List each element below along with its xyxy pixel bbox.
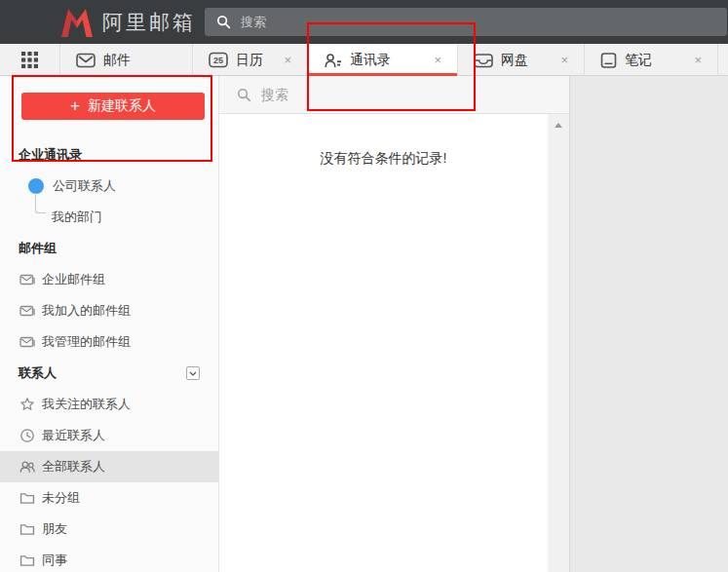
people-icon: [19, 459, 35, 475]
sidebar-section-corp-directory: 企业通讯录: [0, 139, 218, 171]
apps-grid-button[interactable]: [0, 44, 60, 76]
section-label: 邮件组: [19, 240, 57, 257]
plus-icon: +: [70, 97, 80, 114]
global-search-bar[interactable]: [205, 8, 727, 36]
apps-grid-icon: [21, 52, 38, 68]
search-icon: [237, 88, 251, 102]
mail-icon: [76, 53, 96, 68]
close-tab-icon[interactable]: ×: [558, 52, 570, 68]
item-label: 企业邮件组: [42, 271, 105, 288]
clock-icon: [19, 428, 35, 443]
contact-list-panel: 没有符合条件的记录!: [219, 76, 570, 572]
item-label: 我加入的邮件组: [42, 302, 131, 320]
brand: 阿里邮箱: [58, 7, 196, 38]
tab-label: 邮件: [103, 52, 131, 69]
mail-group-icon: [19, 272, 35, 287]
search-icon: [216, 15, 231, 29]
mail-group-icon: [19, 303, 35, 319]
tab-bar: 邮件 25 日历 × 通讯录 × 网盘: [0, 44, 728, 76]
tab-label: 日历: [236, 52, 263, 69]
calendar-icon: 25: [209, 52, 228, 68]
brand-title: 阿里邮箱: [102, 9, 196, 36]
sidebar-section-mail-groups: 邮件组: [0, 233, 218, 264]
item-label: 未分组: [42, 489, 80, 507]
folder-icon: [19, 490, 35, 506]
content-area: + 新建联系人 企业通讯录 公司联系人 我的部门 邮件组: [0, 76, 728, 572]
tab-bar-spacer: [718, 44, 728, 76]
sidebar-item-joined-mail-groups[interactable]: 我加入的邮件组: [0, 295, 218, 326]
item-label: 同事: [42, 552, 67, 569]
new-contact-button-label: 新建联系人: [88, 97, 156, 115]
new-contact-button[interactable]: + 新建联系人: [21, 93, 205, 120]
sidebar-item-managed-mail-groups[interactable]: 我管理的邮件组: [0, 326, 218, 358]
sidebar-item-colleagues[interactable]: 同事: [0, 545, 218, 572]
folder-icon: [19, 521, 35, 537]
contact-detail-panel: [570, 76, 728, 572]
drive-icon: [474, 53, 493, 68]
section-label: 联系人: [19, 364, 57, 382]
sidebar-item-corp-mail-groups[interactable]: 企业邮件组: [0, 264, 218, 295]
sidebar-item-recent-contacts[interactable]: 最近联系人: [0, 420, 218, 451]
contact-search-bar[interactable]: [219, 76, 569, 114]
tab-contacts[interactable]: 通讯录 ×: [308, 44, 458, 76]
tab-calendar[interactable]: 25 日历 ×: [193, 44, 308, 76]
tab-label: 通讯录: [350, 52, 391, 69]
contacts-sidebar: + 新建联系人 企业通讯录 公司联系人 我的部门 邮件组: [0, 76, 219, 572]
alimail-m-logo-icon: [58, 7, 96, 38]
tab-label: 笔记: [625, 52, 652, 69]
empty-state-message: 没有符合条件的记录!: [219, 150, 569, 168]
sidebar-item-all-contacts[interactable]: 全部联系人: [0, 451, 218, 482]
global-search-input[interactable]: [241, 15, 715, 29]
close-tab-icon[interactable]: ×: [432, 52, 443, 68]
scroll-up-arrow-icon[interactable]: [555, 123, 562, 128]
tab-drive[interactable]: 网盘 ×: [458, 44, 585, 76]
vertical-scrollbar[interactable]: [548, 114, 569, 572]
section-label: 企业通讯录: [19, 146, 82, 164]
contacts-icon: [324, 53, 342, 68]
org-dot-icon: [28, 178, 44, 194]
item-label: 全部联系人: [42, 458, 105, 476]
alimail-app-window: 阿里邮箱 邮件: [0, 0, 728, 572]
item-label: 我管理的邮件组: [42, 333, 131, 351]
sidebar-tree: 企业通讯录 公司联系人 我的部门 邮件组: [0, 139, 218, 572]
sidebar-item-starred-contacts[interactable]: 我关注的联系人: [0, 389, 218, 420]
tree-connector: [35, 193, 46, 213]
collapse-toggle-icon[interactable]: [186, 366, 200, 380]
item-label: 我的部门: [52, 209, 102, 226]
sidebar-item-my-department[interactable]: 我的部门: [0, 202, 218, 233]
item-label: 最近联系人: [42, 427, 105, 444]
close-tab-icon[interactable]: ×: [692, 52, 704, 68]
star-icon: [19, 397, 35, 412]
sidebar-item-ungrouped[interactable]: 未分组: [0, 482, 218, 514]
svg-text:25: 25: [213, 56, 223, 65]
mail-group-icon: [19, 334, 35, 350]
sidebar-item-friends[interactable]: 朋友: [0, 514, 218, 545]
contact-search-input[interactable]: [261, 87, 556, 102]
close-tab-icon[interactable]: ×: [282, 52, 293, 68]
notes-icon: [600, 53, 617, 68]
sidebar-item-company-contacts[interactable]: 公司联系人: [0, 171, 218, 202]
contact-list-body: 没有符合条件的记录!: [219, 114, 569, 572]
tab-mail[interactable]: 邮件: [60, 44, 193, 76]
sidebar-section-contacts: 联系人: [0, 358, 218, 389]
item-label: 公司联系人: [53, 177, 116, 195]
top-bar: 阿里邮箱: [0, 0, 728, 44]
item-label: 朋友: [42, 520, 67, 538]
item-label: 我关注的联系人: [42, 396, 131, 413]
tab-notes[interactable]: 笔记 ×: [585, 44, 718, 76]
folder-icon: [19, 553, 35, 568]
tab-label: 网盘: [501, 52, 528, 69]
